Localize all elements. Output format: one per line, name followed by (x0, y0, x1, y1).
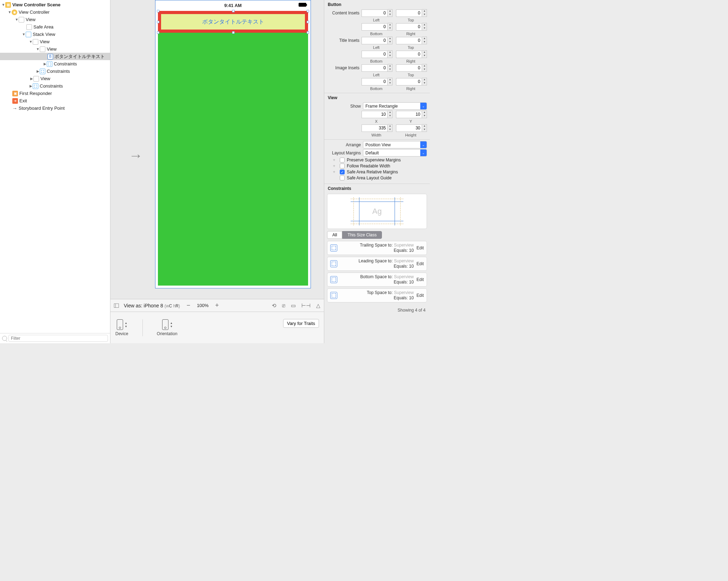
vary-for-traits-button[interactable]: Vary for Traits (283, 319, 319, 328)
tree-row-constraints3[interactable]: ▶Constraints (0, 82, 110, 90)
constraint-edit-button[interactable]: Edit (416, 245, 424, 250)
disclosure-icon[interactable]: ▶ (30, 77, 33, 81)
tree-row-entry[interactable]: →Storyboard Entry Point (0, 104, 110, 112)
content-right-input[interactable] (396, 23, 422, 31)
resize-handle[interactable] (232, 10, 235, 12)
title-top-field[interactable]: ▴▾ (396, 37, 427, 44)
stepper-icon[interactable]: ▴▾ (422, 124, 427, 132)
title-right-field[interactable]: ▴▾ (396, 50, 427, 58)
tree-row-inner2[interactable]: ▼View (0, 45, 110, 53)
content-bottom-field[interactable]: ▴▾ (362, 23, 392, 31)
checkbox-preserve[interactable] (340, 158, 345, 162)
constraint-row[interactable]: Leading Space to:SuperviewEquals: 10Edit (327, 257, 427, 271)
green-view[interactable] (158, 39, 308, 286)
stepper-icon[interactable]: ▴▾ (422, 9, 427, 17)
checkbox-safe-guide[interactable] (340, 175, 345, 180)
add-trait-icon[interactable]: + (331, 164, 338, 168)
disclosure-icon[interactable]: ▼ (36, 47, 40, 51)
y-field[interactable]: ▴▾ (396, 110, 427, 118)
checkbox-safe-relative[interactable]: ✓ (340, 170, 345, 174)
disclosure-icon[interactable]: ▼ (8, 10, 12, 14)
tree-row-button[interactable]: Bボタンタイトルテキスト (0, 53, 110, 60)
title-bottom-input[interactable] (362, 51, 388, 58)
checkbox-readable[interactable] (340, 164, 345, 168)
constraint-row[interactable]: Top Space to:SuperviewEquals: 10Edit (327, 288, 427, 302)
constraint-edit-button[interactable]: Edit (416, 261, 424, 266)
resolve-icon[interactable]: △ (316, 302, 320, 309)
title-top-input[interactable] (396, 37, 422, 44)
stepper-icon[interactable]: ▴▾ (422, 78, 427, 85)
filter-input[interactable] (8, 335, 108, 342)
constraint-edit-button[interactable]: Edit (416, 277, 424, 282)
image-left-field[interactable]: ▴▾ (362, 64, 392, 72)
disclosure-icon[interactable]: ▶ (43, 62, 47, 66)
tree-row-first[interactable]: ▣First Responder (0, 90, 110, 97)
arrange-select[interactable]: Position View⌄ (363, 141, 427, 148)
disclosure-icon[interactable]: ▼ (1, 3, 5, 7)
tree-row-stack[interactable]: ▼Stack View (0, 31, 110, 38)
stepper-icon[interactable]: ▴▾ (388, 78, 392, 85)
zoom-out-button[interactable]: − (185, 302, 192, 309)
stepper-icon[interactable]: ▴▾ (422, 50, 427, 58)
image-bottom-field[interactable]: ▴▾ (362, 78, 392, 85)
title-bottom-field[interactable]: ▴▾ (362, 50, 392, 58)
x-field[interactable]: ▴▾ (362, 110, 392, 118)
content-left-input[interactable] (362, 9, 388, 17)
embed-icon[interactable]: ⎚ (282, 302, 285, 309)
content-left-field[interactable]: ▴▾ (362, 9, 392, 17)
view-as-label[interactable]: View as: iPhone 8 (wC hR) (124, 303, 180, 308)
add-trait-icon[interactable]: + (331, 170, 338, 174)
content-top-field[interactable]: ▴▾ (396, 9, 427, 17)
tree-row-inner3[interactable]: ▶View (0, 75, 110, 82)
disclosure-icon[interactable]: ▶ (29, 84, 33, 88)
seg-this-class[interactable]: This Size Class (342, 231, 382, 239)
resize-handle[interactable] (157, 31, 159, 34)
image-top-input[interactable] (396, 64, 422, 72)
tree-row-constraints2[interactable]: ▶Constraints (0, 68, 110, 75)
tree-row-constraints1[interactable]: ▶Constraints (0, 60, 110, 68)
pin-icon[interactable]: ⊢⊣ (301, 302, 311, 309)
tree-row-scene[interactable]: ▼▦View Controller Scene (0, 1, 110, 8)
selected-button[interactable]: ボタンタイトルテキスト (161, 14, 305, 30)
resize-handle[interactable] (307, 21, 309, 23)
constraints-filter-segment[interactable]: All This Size Class (327, 231, 427, 239)
device-cell[interactable]: ▴▾ Device (115, 319, 143, 336)
stepper-icon[interactable]: ▴▾ (422, 37, 427, 44)
tree-row-exit[interactable]: ➜Exit (0, 97, 110, 104)
constraint-row[interactable]: Trailing Space to:SuperviewEquals: 10Edi… (327, 241, 427, 255)
canvas-area[interactable]: → 9:41 AM ボタンタイトルテキスト (110, 0, 324, 299)
stepper-icon[interactable]: ▴▾ (171, 321, 172, 328)
constraint-edit-button[interactable]: Edit (416, 293, 424, 298)
width-field[interactable]: ▴▾ (362, 124, 392, 132)
resize-handle[interactable] (307, 10, 309, 12)
stepper-icon[interactable]: ▴▾ (388, 37, 392, 44)
resize-handle[interactable] (307, 31, 309, 34)
y-input[interactable] (396, 111, 422, 118)
image-bottom-input[interactable] (362, 78, 388, 85)
image-top-field[interactable]: ▴▾ (396, 64, 427, 72)
content-right-field[interactable]: ▴▾ (396, 23, 427, 31)
tree-row-inner1[interactable]: ▼View (0, 38, 110, 45)
show-select[interactable]: Frame Rectangle⌄ (363, 102, 427, 110)
x-input[interactable] (362, 111, 388, 118)
resize-handle[interactable] (157, 10, 159, 12)
width-input[interactable] (362, 124, 388, 132)
tree-row-safearea[interactable]: Safe Area (0, 23, 110, 31)
tree-row-vc[interactable]: ▼◉View Controller (0, 8, 110, 16)
height-field[interactable]: ▴▾ (396, 124, 427, 132)
title-left-field[interactable]: ▴▾ (362, 37, 392, 44)
zoom-value[interactable]: 100% (197, 303, 209, 308)
filter-icon[interactable] (2, 336, 7, 341)
layout-margins-select[interactable]: Default⌄ (363, 149, 427, 157)
stepper-icon[interactable]: ▴▾ (422, 110, 427, 118)
stepper-icon[interactable]: ▴▾ (422, 23, 427, 31)
stepper-icon[interactable]: ▴▾ (388, 23, 392, 31)
stepper-icon[interactable]: ▴▾ (388, 9, 392, 17)
disclosure-icon[interactable]: ▼ (22, 32, 26, 36)
disclosure-icon[interactable]: ▶ (36, 69, 40, 73)
selected-view[interactable]: ボタンタイトルテキスト (158, 11, 308, 39)
stepper-icon[interactable]: ▴▾ (422, 64, 427, 72)
device-frame[interactable]: 9:41 AM ボタンタイトルテキスト (155, 0, 311, 288)
stepper-icon[interactable]: ▴▾ (388, 110, 392, 118)
resize-handle[interactable] (157, 21, 159, 23)
